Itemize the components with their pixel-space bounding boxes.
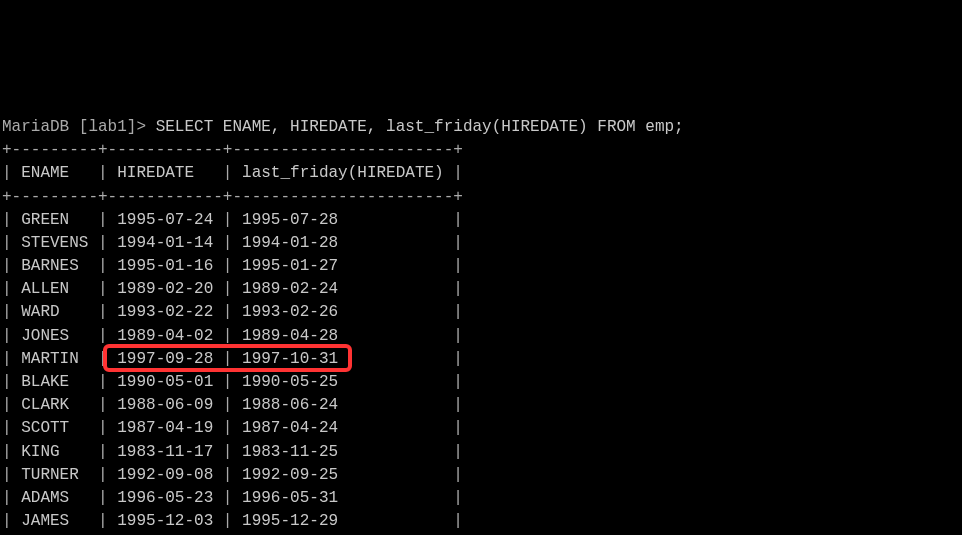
table-row: | GREEN | 1995-07-24 | 1995-07-28 | — [2, 211, 463, 229]
table-row: | ADAMS | 1996-05-23 | 1996-05-31 | — [2, 489, 463, 507]
table-row: | BARNES | 1995-01-16 | 1995-01-27 | — [2, 257, 463, 275]
table-row: | BLAKE | 1990-05-01 | 1990-05-25 | — [2, 373, 463, 391]
prompt-text: MariaDB [lab1]> — [2, 118, 156, 136]
header-ename: ENAME — [21, 164, 88, 182]
table-row: | JONES | 1989-04-02 | 1989-04-28 | — [2, 327, 463, 345]
table-header-row: | ENAME | HIREDATE | last_friday(HIREDAT… — [2, 164, 463, 182]
table-row: | TURNER | 1992-09-08 | 1992-09-25 | — [2, 466, 463, 484]
header-lastfriday: last_friday(HIREDATE) — [242, 164, 444, 182]
table-row: | STEVENS | 1994-01-14 | 1994-01-28 | — [2, 234, 463, 252]
table-header-separator: +---------+------------+----------------… — [2, 188, 463, 206]
sql-command: SELECT ENAME, HIREDATE, last_friday(HIRE… — [156, 118, 684, 136]
table-top-border: +---------+------------+----------------… — [2, 141, 463, 159]
header-hiredate: HIREDATE — [117, 164, 213, 182]
table-row: | WARD | 1993-02-22 | 1993-02-26 | — [2, 303, 463, 321]
terminal-output: MariaDB [lab1]> SELECT ENAME, HIREDATE, … — [2, 93, 962, 535]
table-row: | SCOTT | 1987-04-19 | 1987-04-24 | — [2, 419, 463, 437]
table-body: | GREEN | 1995-07-24 | 1995-07-28 | | ST… — [2, 211, 463, 535]
table-row: | KING | 1983-11-17 | 1983-11-25 | — [2, 443, 463, 461]
table-row: | CLARK | 1988-06-09 | 1988-06-24 | — [2, 396, 463, 414]
table-row: | ALLEN | 1989-02-20 | 1989-02-24 | — [2, 280, 463, 298]
sql-prompt: MariaDB [lab1]> SELECT ENAME, HIREDATE, … — [2, 118, 684, 136]
table-row: | MARTIN | 1997-09-28 | 1997-10-31 | — [2, 350, 463, 368]
table-row: | JAMES | 1995-12-03 | 1995-12-29 | — [2, 512, 463, 530]
